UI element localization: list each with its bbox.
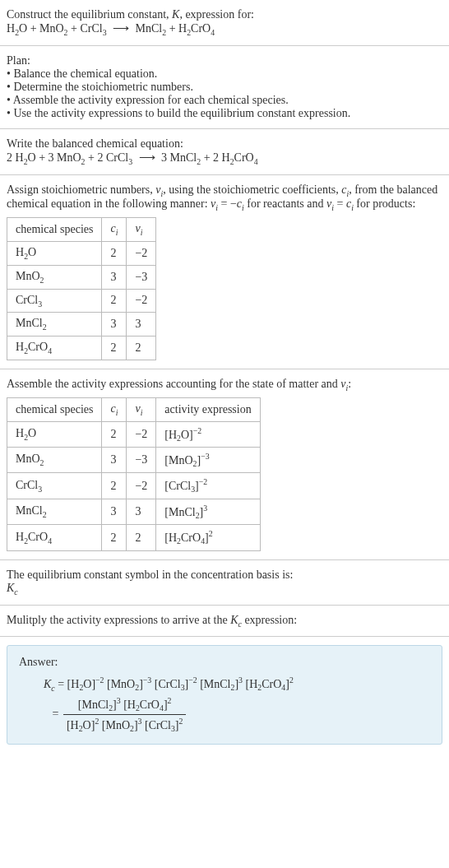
symbol-kc: Kc (7, 582, 442, 596)
cell-ci: 3 (102, 499, 127, 524)
col-activity: activity expression (156, 397, 260, 421)
cell-ci: 3 (102, 448, 127, 473)
cell-vi: −2 (127, 473, 156, 499)
col-species: chemical species (7, 397, 102, 421)
cell-ci: 2 (102, 421, 127, 447)
col-ci: ci (102, 218, 127, 242)
cell-ci: 2 (102, 525, 127, 550)
cell-species: H2O (7, 421, 102, 447)
answer-eq-line1: Kc = [H2O]−2 [MnO2]−3 [CrCl3]−2 [MnCl2]3… (44, 675, 430, 692)
cell-ci: 2 (102, 241, 127, 265)
multiply-title: Mulitply the activity expressions to arr… (7, 614, 442, 629)
balanced-section: Write the balanced chemical equation: 2 … (0, 129, 449, 175)
table-row: MnCl2 3 3 (7, 313, 156, 337)
col-ci: ci (102, 397, 127, 421)
activity-table: chemical species ci νi activity expressi… (7, 397, 261, 551)
table-header-row: chemical species ci νi activity expressi… (7, 397, 261, 421)
balanced-title: Write the balanced chemical equation: (7, 137, 442, 151)
stoich-section: Assign stoichiometric numbers, νi, using… (0, 175, 449, 369)
table-row: CrCl3 2 −2 [CrCl3]−2 (7, 473, 261, 499)
cell-species: MnCl2 (7, 313, 102, 337)
cell-activity: [H2CrO4]2 (156, 525, 260, 550)
col-vi: νi (127, 397, 156, 421)
cell-ci: 2 (102, 473, 127, 499)
table-row: MnCl2 3 3 [MnCl2]3 (7, 499, 261, 524)
cell-vi: −2 (127, 241, 156, 265)
table-row: H2O 2 −2 [H2O]−2 (7, 421, 261, 447)
cell-activity: [MnO2]−3 (156, 448, 260, 473)
table-row: H2CrO4 2 2 [H2CrO4]2 (7, 525, 261, 550)
cell-ci: 2 (102, 337, 127, 360)
cell-species: MnCl2 (7, 499, 102, 524)
cell-species: H2CrO4 (7, 525, 102, 550)
table-row: MnO2 3 −3 [MnO2]−3 (7, 448, 261, 473)
table-row: H2O 2 −2 (7, 241, 156, 265)
cell-species: H2CrO4 (7, 337, 102, 360)
intro-equation: H2O + MnO2 + CrCl3 ⟶ MnCl2 + H2CrO4 (7, 21, 442, 37)
table-row: CrCl3 2 −2 (7, 289, 156, 313)
activity-section: Assemble the activity expressions accoun… (0, 369, 449, 560)
cell-species: MnO2 (7, 448, 102, 473)
stoich-table: chemical species ci νi H2O 2 −2 MnO2 3 −… (7, 217, 156, 360)
col-vi: νi (127, 218, 156, 242)
cell-species: CrCl3 (7, 473, 102, 499)
cell-species: H2O (7, 241, 102, 265)
cell-vi: 2 (127, 337, 156, 360)
cell-ci: 2 (102, 289, 127, 313)
cell-activity: [H2O]−2 (156, 421, 260, 447)
cell-species: CrCl3 (7, 289, 102, 313)
answer-section: Answer: Kc = [H2O]−2 [MnO2]−3 [CrCl3]−2 … (0, 637, 449, 752)
intro-line: Construct the equilibrium constant, K, e… (7, 8, 442, 21)
balanced-equation: 2 H2O + 3 MnO2 + 2 CrCl3 ⟶ 3 MnCl2 + 2 H… (7, 151, 442, 166)
answer-box: Answer: Kc = [H2O]−2 [MnO2]−3 [CrCl3]−2 … (7, 645, 442, 744)
stoich-intro: Assign stoichiometric numbers, νi, using… (7, 183, 442, 213)
answer-eq-line2: = [MnCl2]3 [H2CrO4]2 [H2O]2 [MnO2]3 [CrC… (44, 696, 430, 734)
multiply-section: Mulitply the activity expressions to arr… (0, 606, 449, 638)
cell-vi: −3 (127, 265, 156, 289)
cell-vi: −3 (127, 448, 156, 473)
col-species: chemical species (7, 218, 102, 242)
plan-title: Plan: (7, 54, 442, 67)
table-row: MnO2 3 −3 (7, 265, 156, 289)
cell-vi: −2 (127, 289, 156, 313)
cell-species: MnO2 (7, 265, 102, 289)
table-header-row: chemical species ci νi (7, 218, 156, 242)
answer-eq-block: Kc = [H2O]−2 [MnO2]−3 [CrCl3]−2 [MnCl2]3… (19, 675, 430, 733)
cell-vi: 2 (127, 525, 156, 550)
cell-ci: 3 (102, 313, 127, 337)
symbol-line: The equilibrium constant symbol in the c… (7, 569, 442, 582)
cell-activity: [MnCl2]3 (156, 499, 260, 524)
activity-title: Assemble the activity expressions accoun… (7, 378, 442, 392)
symbol-section: The equilibrium constant symbol in the c… (0, 560, 449, 606)
answer-label: Answer: (19, 656, 430, 669)
cell-activity: [CrCl3]−2 (156, 473, 260, 499)
cell-vi: −2 (127, 421, 156, 447)
plan-item: • Assemble the activity expression for e… (7, 94, 442, 107)
table-row: H2CrO4 2 2 (7, 337, 156, 360)
plan-section: Plan: • Balance the chemical equation. •… (0, 46, 449, 129)
plan-item: • Balance the chemical equation. (7, 67, 442, 81)
intro-section: Construct the equilibrium constant, K, e… (0, 0, 449, 46)
cell-vi: 3 (127, 499, 156, 524)
plan-item: • Determine the stoichiometric numbers. (7, 81, 442, 94)
cell-vi: 3 (127, 313, 156, 337)
plan-item: • Use the activity expressions to build … (7, 107, 442, 120)
cell-ci: 3 (102, 265, 127, 289)
